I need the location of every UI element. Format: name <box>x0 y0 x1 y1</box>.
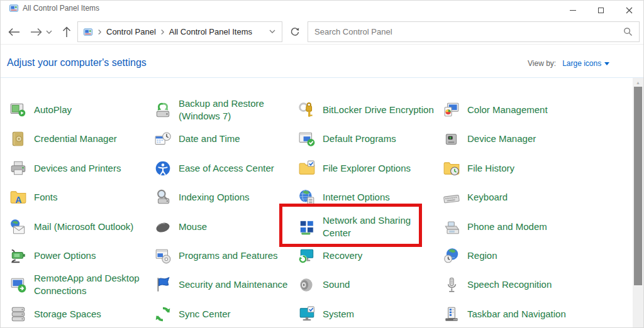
item-recovery[interactable]: Recovery <box>298 243 362 268</box>
item-label: Sound <box>323 278 350 291</box>
items-grid: AutoPlayBackup and Restore(Windows 7)Bit… <box>1 1 643 327</box>
recovery-icon <box>298 247 316 265</box>
fonts-icon: A <box>9 189 27 206</box>
item-label: Recovery <box>323 249 362 262</box>
item-label: Indexing Options <box>179 191 250 204</box>
item-label: Region <box>467 249 497 262</box>
ease-of-access-icon <box>154 160 172 177</box>
item-label: Taskbar and Navigation <box>467 308 566 320</box>
item-date-and-time[interactable]: Date and Time <box>154 126 240 151</box>
autoplay-icon <box>9 101 27 119</box>
item-network-and-sharing-center[interactable]: Network and SharingCenter <box>298 214 411 239</box>
item-autoplay[interactable]: AutoPlay <box>9 97 72 123</box>
date-time-icon <box>154 130 172 148</box>
item-label: Mouse <box>179 221 207 233</box>
item-label: Devices and Printers <box>34 162 121 175</box>
item-label: RemoteApp and DesktopConnections <box>34 272 140 297</box>
item-label: System <box>323 308 354 320</box>
item-label: Storage Spaces <box>34 308 101 320</box>
svg-text:A: A <box>15 195 21 205</box>
programs-features-icon <box>154 247 172 265</box>
internet-options-icon <box>298 189 316 206</box>
item-label: AutoPlay <box>34 104 72 116</box>
network-sharing-icon <box>298 218 316 236</box>
item-ease-of-access-center[interactable]: Ease of Access Center <box>154 156 274 181</box>
item-label: Credential Manager <box>34 133 117 145</box>
remoteapp-icon <box>9 276 27 293</box>
item-mouse[interactable]: Mouse <box>154 214 207 239</box>
item-label: Programs and Features <box>179 249 278 262</box>
item-default-programs[interactable]: Default Programs <box>298 126 396 151</box>
item-label: BitLocker Drive Encryption <box>323 104 434 116</box>
region-icon <box>443 247 460 265</box>
item-label: Backup and Restore(Windows 7) <box>179 97 264 123</box>
mouse-icon <box>154 218 172 236</box>
item-speech-recognition[interactable]: Speech Recognition <box>443 272 552 297</box>
credential-manager-icon <box>9 130 27 148</box>
item-label: Sync Center <box>179 308 231 320</box>
item-taskbar-and-navigation[interactable]: Taskbar and Navigation <box>443 302 566 327</box>
taskbar-navigation-icon <box>443 305 460 323</box>
item-file-explorer-options[interactable]: File Explorer Options <box>298 156 411 181</box>
vertical-scrollbar[interactable]: ▲ <box>633 78 643 327</box>
file-history-icon <box>443 160 460 177</box>
item-label: Device Manager <box>467 133 536 145</box>
backup-restore-icon <box>154 101 172 119</box>
item-mail-microsoft-outlook[interactable]: Mail (Microsoft Outlook) <box>9 214 133 239</box>
item-label: Speech Recognition <box>467 278 552 291</box>
item-backup-and-restore-windows-7[interactable]: Backup and Restore(Windows 7) <box>154 97 264 123</box>
sound-icon <box>298 276 316 293</box>
item-label: Ease of Access Center <box>179 162 274 175</box>
security-maintenance-icon <box>154 276 172 293</box>
item-credential-manager[interactable]: Credential Manager <box>9 126 117 151</box>
item-label: File History <box>467 162 514 175</box>
item-file-history[interactable]: File History <box>443 156 514 181</box>
item-security-and-maintenance[interactable]: Security and Maintenance <box>154 272 287 297</box>
item-label: Internet Options <box>323 191 390 204</box>
item-label: Network and SharingCenter <box>323 214 411 239</box>
item-indexing-options[interactable]: Indexing Options <box>154 185 250 210</box>
item-color-management[interactable]: Color Management <box>443 97 548 123</box>
device-manager-icon <box>443 130 460 148</box>
item-system[interactable]: System <box>298 302 354 327</box>
speech-recognition-icon <box>443 276 460 293</box>
item-devices-and-printers[interactable]: Devices and Printers <box>9 156 121 181</box>
item-sync-center[interactable]: Sync Center <box>154 302 231 327</box>
scrollbar-thumb[interactable] <box>634 87 642 285</box>
indexing-options-icon <box>154 189 172 206</box>
item-keyboard[interactable]: Keyboard <box>443 185 508 210</box>
item-region[interactable]: Region <box>443 243 497 268</box>
item-label: Security and Maintenance <box>179 278 287 291</box>
item-phone-and-modem[interactable]: Phone and Modem <box>443 214 547 239</box>
storage-spaces-icon <box>9 305 27 323</box>
item-power-options[interactable]: Power Options <box>9 243 96 268</box>
file-explorer-options-icon <box>298 160 316 177</box>
power-options-icon <box>9 247 27 265</box>
keyboard-icon <box>443 189 460 206</box>
devices-printers-icon <box>9 160 27 177</box>
item-programs-and-features[interactable]: Programs and Features <box>154 243 278 268</box>
bitlocker-icon <box>298 101 316 119</box>
item-device-manager[interactable]: Device Manager <box>443 126 536 151</box>
item-bitlocker-drive-encryption[interactable]: BitLocker Drive Encryption <box>298 97 434 123</box>
color-management-icon <box>443 101 460 119</box>
phone-modem-icon <box>443 218 460 236</box>
item-label: File Explorer Options <box>323 162 411 175</box>
control-panel-window: All Control Panel Items <box>0 0 644 328</box>
item-label: Fonts <box>34 191 58 204</box>
item-label: Color Management <box>467 104 548 116</box>
item-label: Mail (Microsoft Outlook) <box>34 221 133 233</box>
default-programs-icon <box>298 130 316 148</box>
item-label: Keyboard <box>467 191 508 204</box>
item-label: Default Programs <box>323 133 396 145</box>
system-icon <box>298 305 316 323</box>
item-remoteapp-and-desktop-connections[interactable]: RemoteApp and DesktopConnections <box>9 272 140 297</box>
item-storage-spaces[interactable]: Storage Spaces <box>9 302 101 327</box>
scroll-up-arrow-icon[interactable]: ▲ <box>633 80 643 85</box>
item-internet-options[interactable]: Internet Options <box>298 185 390 210</box>
mail-icon <box>9 218 27 236</box>
item-fonts[interactable]: AFonts <box>9 185 58 210</box>
item-sound[interactable]: Sound <box>298 272 350 297</box>
item-label: Power Options <box>34 249 96 262</box>
sync-center-icon <box>154 305 172 323</box>
